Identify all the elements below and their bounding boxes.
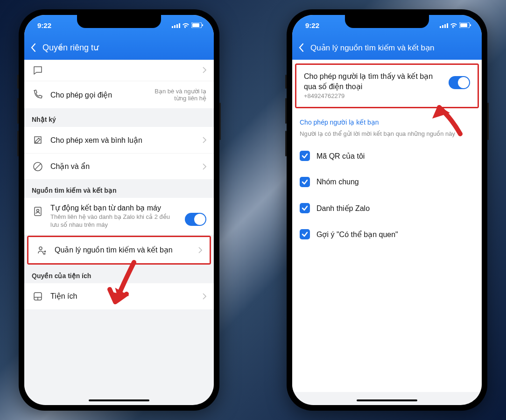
check-label: Gợi ý "Có thể bạn quen": [316, 230, 398, 239]
nav-bar: Quyền riêng tư: [24, 35, 214, 60]
checkbox-suggest[interactable]: [300, 229, 310, 239]
block-icon: [32, 161, 44, 173]
svg-point-10: [37, 210, 39, 212]
row-check-card[interactable]: Danh thiếp Zalo: [292, 195, 482, 221]
row-title: Cho phép gọi điện: [50, 91, 134, 99]
battery-icon: [191, 22, 204, 28]
wifi-icon: [182, 22, 190, 28]
status-icons: [172, 22, 204, 28]
toggle-auto-friend[interactable]: [185, 213, 206, 226]
user-swap-icon: [36, 244, 48, 256]
svg-rect-2: [176, 24, 178, 28]
row-view-comment[interactable]: Cho phép xem và bình luận: [24, 127, 214, 153]
home-indicator[interactable]: [89, 399, 149, 401]
screen-left: 9:22 Quyền riêng tư: [24, 15, 214, 405]
section-sources: Nguồn tìm kiếm và kết bạn: [24, 179, 214, 198]
annotation-arrow: [106, 258, 143, 309]
row-title: Cho phép xem và bình luận: [50, 136, 196, 145]
status-icons: [440, 22, 471, 28]
chevron-right-icon: [203, 137, 206, 143]
signal-icon: [172, 23, 180, 28]
section-diary: Nhật ký: [24, 108, 214, 127]
grid-icon: [32, 290, 44, 302]
row-title: Quản lý nguồn tìm kiếm và kết bạn: [55, 245, 192, 254]
chevron-right-icon: [203, 67, 206, 73]
row-title: Cho phép người lạ tìm thấy và kết bạn qu…: [304, 71, 442, 91]
phone-frame-right: 9:22 Quản lý nguồn tìm kiếm và kết bạn C…: [287, 9, 487, 411]
svg-rect-19: [447, 23, 448, 28]
row-phone-number: +84924762279: [304, 92, 442, 100]
svg-rect-0: [172, 26, 173, 28]
check-label: Mã QR của tôi: [316, 152, 365, 161]
svg-rect-17: [442, 25, 443, 28]
svg-rect-16: [440, 26, 441, 28]
checkbox-qr[interactable]: [300, 151, 310, 161]
signal-icon: [440, 23, 448, 28]
page-title: Quản lý nguồn tìm kiếm và kết bạn: [310, 43, 434, 53]
nav-bar: Quản lý nguồn tìm kiếm và kết bạn: [292, 35, 482, 60]
svg-line-8: [35, 164, 41, 169]
check-label: Nhóm chung: [316, 178, 359, 186]
status-time: 9:22: [305, 21, 319, 29]
svg-rect-6: [202, 24, 203, 26]
row-title: Chặn và ẩn: [50, 162, 196, 171]
phone-frame-left: 9:22 Quyền riêng tư: [19, 9, 219, 411]
toggle-allow-find[interactable]: [449, 76, 470, 89]
check-label: Danh thiếp Zalo: [316, 204, 370, 213]
annotation-arrow: [428, 99, 470, 141]
svg-rect-5: [192, 23, 199, 27]
row-check-group[interactable]: Nhóm chung: [292, 169, 482, 195]
row-check-qr[interactable]: Mã QR của tôi: [292, 143, 482, 169]
contacts-icon: [32, 205, 44, 217]
phone-icon: [32, 89, 44, 101]
row-check-suggest[interactable]: Gợi ý "Có thể bạn quen": [292, 221, 482, 247]
checkbox-card[interactable]: [300, 203, 310, 213]
row-title: Tự động kết bạn từ danh bạ máy: [50, 203, 178, 212]
page-title: Quyền riêng tư: [42, 42, 98, 53]
status-time: 9:22: [37, 21, 51, 29]
chevron-right-icon: [198, 247, 202, 253]
svg-rect-22: [470, 24, 471, 26]
svg-rect-21: [460, 23, 467, 27]
home-indicator[interactable]: [357, 399, 417, 401]
svg-point-11: [39, 247, 42, 250]
battery-icon: [459, 22, 471, 28]
row-block-hide[interactable]: Chặn và ẩn: [24, 153, 214, 179]
row-subtitle: Thêm liên hệ vào danh bạ Zalo khi cả 2 đ…: [50, 213, 178, 229]
chat-icon: [32, 64, 44, 76]
chevron-right-icon: [203, 293, 206, 300]
chevron-right-icon: [203, 163, 206, 170]
row-allow-messaging[interactable]: [24, 60, 214, 81]
checkbox-group[interactable]: [300, 177, 310, 187]
screen-right: 9:22 Quản lý nguồn tìm kiếm và kết bạn C…: [292, 15, 482, 405]
back-icon[interactable]: [299, 43, 304, 52]
edit-icon: [32, 134, 44, 146]
svg-rect-3: [179, 23, 180, 28]
row-auto-friend[interactable]: Tự động kết bạn từ danh bạ máy Thêm liên…: [24, 198, 214, 235]
row-side-text: Bạn bè và người lạ từng liên hệ: [141, 88, 206, 102]
row-allow-call[interactable]: Cho phép gọi điện Bạn bè và người lạ từn…: [24, 81, 214, 108]
back-icon[interactable]: [31, 43, 36, 52]
wifi-icon: [450, 22, 457, 28]
svg-rect-1: [174, 25, 176, 28]
svg-rect-18: [444, 24, 446, 28]
